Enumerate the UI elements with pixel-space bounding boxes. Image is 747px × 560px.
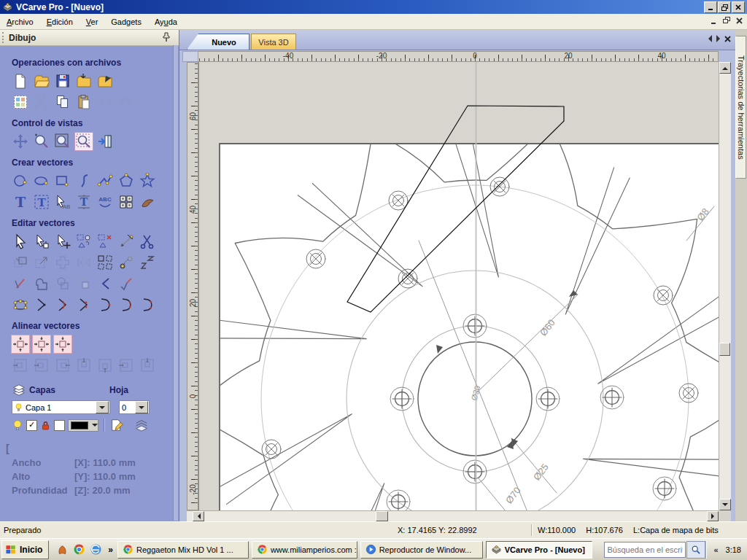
open-file-icon[interactable] [33, 72, 50, 90]
layer-color-picker[interactable] [68, 419, 98, 432]
circular-copy-icon[interactable] [117, 254, 135, 271]
subtract-vectors-icon[interactable] [54, 275, 71, 292]
ungroup-vectors-icon[interactable] [96, 233, 114, 250]
draw-circle-icon[interactable] [12, 172, 29, 190]
fillet-dogbone-icon[interactable] [75, 296, 93, 314]
stretch-vectors-icon[interactable] [12, 275, 29, 292]
scale-vectors-icon[interactable] [33, 254, 50, 271]
paste-icon[interactable] [75, 93, 93, 111]
tab-vista-3d[interactable]: Vista 3D [251, 34, 296, 50]
vertical-scroll-thumb[interactable] [719, 343, 730, 356]
fillet-radius-icon[interactable] [54, 296, 71, 314]
align-h-middle-icon[interactable] [117, 357, 135, 374]
minimize-button[interactable] [704, 1, 717, 13]
zoom-interactive-icon[interactable] [33, 133, 50, 150]
draw-text-icon[interactable]: T [12, 193, 29, 211]
fillet-flat-icon[interactable] [117, 296, 135, 314]
mirror-vectors-icon[interactable] [75, 254, 93, 271]
edit-text-icon[interactable]: AB [54, 193, 71, 211]
trim-vectors-icon[interactable] [139, 233, 156, 250]
task-button-media-player[interactable]: Reproductor de Window... [360, 541, 483, 559]
align-left-icon[interactable] [33, 357, 50, 374]
sheet-select-arrow[interactable] [135, 401, 148, 413]
text-spacing-icon[interactable]: T [75, 193, 93, 211]
mdi-minimize-button[interactable] [711, 18, 717, 24]
center-in-material-icon[interactable] [12, 335, 29, 353]
fit-arc-icon[interactable] [96, 275, 114, 292]
sheet-select[interactable]: 0 [119, 400, 150, 414]
tab-nuevo[interactable]: Nuevo [187, 34, 249, 50]
drawing-viewport[interactable]: Ø60 Ø25 Ø70 Ø30 Ø8 [198, 62, 719, 510]
center-vertically-icon[interactable] [54, 335, 71, 353]
join-vectors-icon[interactable] [117, 275, 135, 292]
zoom-box-icon[interactable] [54, 133, 71, 150]
menu-gadgets[interactable]: Gadgets [104, 16, 148, 28]
tab-toolpaths[interactable]: Trayectorias de herramientas [735, 36, 746, 179]
pan-view-icon[interactable] [12, 133, 29, 150]
task-button-reggaeton[interactable]: Reggaeton Mix HD Vol 1 ... [117, 541, 249, 559]
draw-freehand-icon[interactable] [139, 193, 156, 211]
draw-polyline-icon[interactable] [96, 172, 114, 190]
node-edit-icon[interactable] [33, 233, 50, 250]
align-center-icon[interactable] [12, 357, 29, 374]
transform-vectors-icon[interactable] [54, 233, 71, 250]
select-vectors-icon[interactable] [12, 233, 29, 250]
import-vectors-icon[interactable] [75, 72, 93, 90]
horizontal-scroll-thumb[interactable] [376, 511, 388, 521]
pin-icon[interactable] [161, 32, 171, 42]
fillet-sharp-icon[interactable] [33, 296, 50, 314]
intersect-vectors-icon[interactable] [75, 275, 93, 292]
fillet-tbone-icon[interactable] [96, 296, 114, 314]
toggle-3d-view-icon[interactable] [96, 133, 114, 150]
measure-icon[interactable] [117, 233, 135, 250]
layer-lock-icon[interactable] [40, 419, 51, 432]
horizontal-scrollbar[interactable] [187, 510, 719, 521]
panel-scrollbar[interactable] [173, 45, 178, 521]
vertical-scrollbar[interactable] [719, 62, 731, 510]
edit-layers-icon[interactable] [109, 418, 124, 432]
draw-star-icon[interactable] [139, 172, 156, 190]
menu-archivo[interactable]: Archivo [0, 16, 40, 28]
scroll-up-button[interactable] [719, 62, 731, 74]
redo-icon[interactable] [117, 93, 135, 111]
array-copy-icon[interactable] [54, 254, 71, 271]
align-v-middle-icon[interactable] [139, 357, 156, 374]
quick-engrave-icon[interactable] [117, 193, 135, 211]
close-button[interactable] [732, 1, 745, 13]
tab-scroll-right-icon[interactable] [716, 35, 720, 42]
undo-icon[interactable] [96, 93, 114, 111]
menu-edicion[interactable]: Edición [40, 16, 80, 28]
layer-visible-checkbox[interactable] [26, 420, 37, 431]
draw-rectangle-icon[interactable] [54, 172, 71, 190]
mdi-close-button[interactable] [736, 18, 743, 24]
scroll-right-button[interactable] [707, 511, 719, 521]
cut-icon[interactable] [33, 93, 50, 111]
nest-vectors-icon[interactable] [139, 254, 156, 271]
internet-explorer-icon[interactable] [90, 543, 102, 556]
edit-nodes-icon[interactable] [12, 296, 29, 314]
draw-text-box-icon[interactable]: T [33, 193, 50, 211]
fillet-arc-icon[interactable] [139, 296, 156, 314]
align-right-icon[interactable] [54, 357, 71, 374]
scroll-left-button[interactable] [193, 511, 204, 521]
chrome-icon[interactable] [73, 543, 85, 556]
winamp-icon[interactable] [56, 543, 69, 556]
layer-select[interactable]: Capa 1 [12, 400, 110, 414]
align-top-icon[interactable] [75, 357, 93, 374]
tab-close-icon[interactable] [724, 36, 731, 42]
layer-select-arrow[interactable] [96, 401, 109, 413]
panel-header[interactable]: Dibujo [0, 30, 179, 46]
save-file-icon[interactable] [54, 72, 71, 90]
draw-ellipse-icon[interactable] [33, 172, 50, 190]
job-setup-icon[interactable] [12, 93, 29, 111]
search-button[interactable] [686, 541, 705, 559]
layer-select-checkbox[interactable] [54, 420, 65, 431]
new-file-icon[interactable] [12, 72, 29, 90]
quick-launch-overflow[interactable]: » [108, 545, 113, 555]
tab-scroll-left-icon[interactable] [708, 35, 712, 42]
block-copy-icon[interactable] [96, 254, 114, 271]
export-vectors-icon[interactable] [96, 72, 114, 90]
menu-ayuda[interactable]: Ayuda [148, 16, 184, 28]
search-input[interactable] [604, 542, 686, 558]
zoom-extents-icon[interactable] [75, 133, 93, 150]
